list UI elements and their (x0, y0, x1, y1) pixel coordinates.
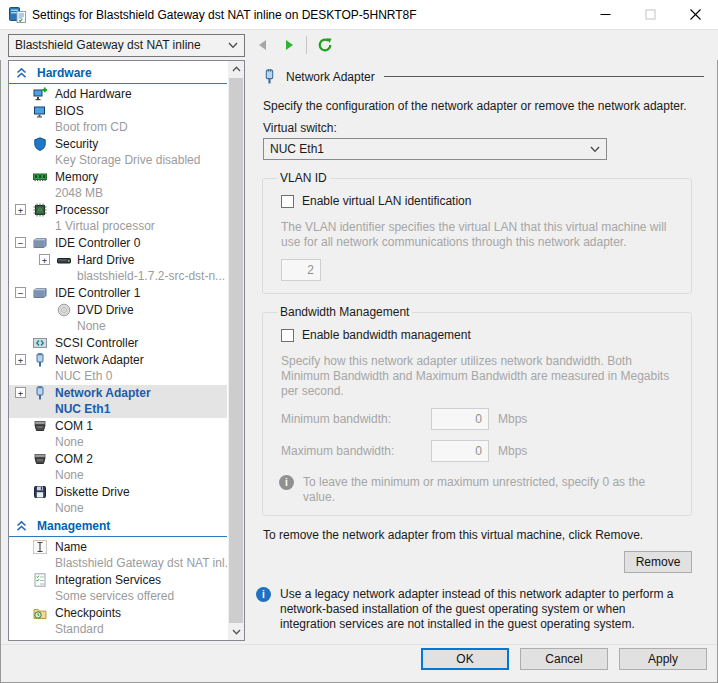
sidebar-item-label: BIOS (55, 104, 84, 118)
remove-instruction: To remove the network adapter from this … (263, 528, 704, 542)
sidebar-item-diskette-drive[interactable]: Diskette Drive (9, 484, 227, 501)
sidebar-item-label: IDE Controller 0 (55, 236, 140, 250)
collapse-toggle[interactable]: − (15, 237, 26, 248)
sidebar-item-memory[interactable]: Memory (9, 169, 227, 186)
expand-toggle[interactable]: + (15, 387, 26, 398)
bandwidth-help-text: Specify how this network adapter utilize… (281, 354, 679, 399)
sidebar-item-label: COM 1 (55, 419, 93, 433)
enable-vlan-checkbox[interactable] (281, 195, 294, 208)
sidebar-item-label: Network Adapter (55, 386, 151, 400)
refresh-button[interactable] (314, 34, 336, 56)
back-arrow-icon (256, 39, 268, 51)
sidebar-item-bios[interactable]: BIOS (9, 103, 227, 120)
vm-selector-dropdown[interactable]: Blastshield Gateway dst NAT inline (8, 34, 245, 57)
ok-button[interactable]: OK (421, 648, 509, 670)
sidebar-item-network-adapter[interactable]: +Network Adapter (9, 352, 227, 369)
sidebar-item-hard-drive[interactable]: +Hard Drive (9, 252, 227, 269)
sidebar-item-add-hardware[interactable]: Add Hardware (9, 86, 227, 103)
expand-toggle[interactable]: + (15, 354, 26, 365)
minimize-button[interactable] (583, 0, 628, 29)
sidebar-item-checkpoints[interactable]: Checkpoints (9, 605, 227, 622)
sidebar-item-ide-controller-1[interactable]: −IDE Controller 1 (9, 285, 227, 302)
footer-separator (1, 644, 717, 645)
sidebar-item-security[interactable]: Security (9, 136, 227, 153)
close-button[interactable] (673, 0, 718, 29)
sidebar-item-label: COM 2 (55, 452, 93, 466)
hyperv-settings-icon (9, 7, 26, 23)
sidebar-item-ide-controller-0[interactable]: −IDE Controller 0 (9, 235, 227, 252)
network-adapter-icon (33, 386, 47, 400)
refresh-icon (317, 37, 333, 53)
sidebar-item-com-1[interactable]: COM 1 (9, 418, 227, 435)
scrollbar-thumb[interactable] (229, 78, 243, 623)
sidebar-item-processor[interactable]: +Processor (9, 202, 227, 219)
expand-toggle[interactable]: + (15, 204, 26, 215)
sidebar-item-sublabel: None (9, 468, 227, 484)
com-port-icon (33, 419, 47, 433)
page-description: Specify the configuration of the network… (263, 99, 704, 113)
remove-button[interactable]: Remove (624, 551, 692, 573)
diskette-drive-icon (33, 485, 47, 499)
enable-vlan-label: Enable virtual LAN identification (302, 194, 471, 208)
vm-selector-value: Blastshield Gateway dst NAT inline (15, 38, 228, 52)
sidebar-item-network-adapter[interactable]: +Network Adapter (9, 385, 227, 402)
sidebar-item-sublabel: Standard (9, 622, 227, 638)
apply-button[interactable]: Apply (619, 648, 707, 670)
sidebar-item-scsi-controller[interactable]: SCSI Controller (9, 335, 227, 352)
security-icon (33, 137, 47, 151)
sidebar-item-partial (9, 638, 227, 640)
vm-name-icon (33, 540, 47, 554)
sidebar-item-sublabel: blastshield-1.7.2-src-dst-n... (9, 269, 227, 285)
minimize-icon (600, 9, 611, 20)
legacy-adapter-note: Use a legacy network adapter instead of … (280, 587, 680, 632)
smart-paging-icon (33, 639, 47, 640)
virtual-switch-dropdown[interactable]: NUC Eth1 (263, 138, 607, 160)
info-icon: i (279, 475, 294, 490)
scroll-up-button[interactable] (228, 61, 244, 77)
vlan-help-text: The VLAN identifier specifies the virtua… (281, 220, 679, 250)
vlan-group: VLAN ID Enable virtual LAN identificatio… (262, 171, 692, 294)
section-header-management[interactable]: Management (9, 517, 227, 537)
close-icon (690, 9, 701, 20)
sidebar-item-integration-services[interactable]: Integration Services (9, 572, 227, 589)
maximum-bandwidth-label: Maximum bandwidth: (281, 444, 431, 458)
sidebar-item-label: Network Adapter (55, 353, 144, 367)
navigate-back-button (251, 34, 273, 56)
dvd-drive-icon (57, 303, 71, 317)
enable-bandwidth-checkbox[interactable] (281, 329, 294, 342)
maximize-button (628, 0, 673, 29)
page-title: Network Adapter (286, 70, 375, 84)
collapse-toggle[interactable]: − (15, 287, 26, 298)
sidebar-item-label: Memory (55, 170, 98, 184)
navigate-forward-button[interactable] (279, 34, 301, 56)
sidebar-item-name[interactable]: Name (9, 539, 227, 556)
footer-buttons: OK Cancel Apply (421, 648, 707, 670)
sidebar-item-sublabel: None (9, 501, 227, 517)
network-adapter-icon (33, 353, 47, 367)
sidebar-scrollbar[interactable] (228, 61, 244, 640)
sidebar-item-sublabel: Key Storage Drive disabled (9, 153, 227, 169)
sidebar-item-label: Checkpoints (55, 606, 121, 620)
sidebar-item-sublabel: NUC Eth 0 (9, 369, 227, 385)
sidebar-item-label: IDE Controller 1 (55, 286, 140, 300)
sidebar-item-dvd-drive[interactable]: DVD Drive (9, 302, 227, 319)
cancel-button[interactable]: Cancel (520, 648, 608, 670)
sidebar-item-sublabel: None (9, 435, 227, 451)
scroll-down-button[interactable] (228, 624, 244, 640)
maximize-icon (645, 9, 656, 20)
processor-icon (33, 203, 47, 217)
sidebar-item-com-2[interactable]: COM 2 (9, 451, 227, 468)
sidebar-item-label: Name (55, 540, 87, 554)
hardware-tree-panel: HardwareAdd HardwareBIOSBoot from CDSecu… (8, 60, 245, 641)
section-header-hardware[interactable]: Hardware (9, 64, 227, 84)
virtual-switch-value: NUC Eth1 (270, 142, 590, 156)
hardware-tree: HardwareAdd HardwareBIOSBoot from CDSecu… (9, 61, 227, 640)
sidebar-item-label: Security (55, 137, 98, 151)
bios-icon (33, 104, 47, 118)
sidebar-item-label: Add Hardware (55, 87, 132, 101)
maximum-bandwidth-input (431, 440, 489, 462)
network-adapter-icon (262, 69, 277, 84)
settings-content-panel: Network Adapter Specify the configuratio… (252, 60, 704, 632)
sidebar-item-label: DVD Drive (77, 303, 134, 317)
expand-toggle[interactable]: + (39, 254, 50, 265)
